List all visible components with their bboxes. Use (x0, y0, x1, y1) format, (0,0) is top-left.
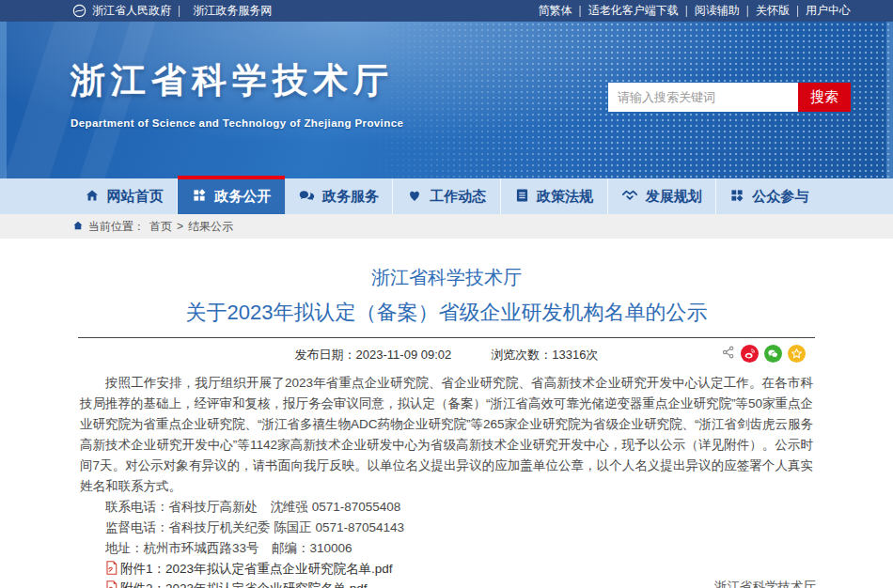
publish-date-value: 2023-11-09 09:02 (356, 348, 452, 362)
home-icon (85, 188, 100, 206)
breadcrumb-bar: 当前位置： 首页 > 结果公示 (0, 214, 893, 239)
heart-icon (407, 188, 422, 206)
article-title-main: 关于2023年拟认定（备案）省级企业研发机构名单的公示 (70, 299, 822, 327)
nav-item-label: 政务服务 (322, 188, 379, 206)
view-count-label: 浏览次数： (491, 348, 552, 362)
share-buttons (722, 345, 806, 363)
nav-item-work-news[interactable]: 工作动态 (393, 178, 500, 214)
topbar-right-links: 简繁体 适老化客户端下载 阅读辅助 关怀版 用户中心 (539, 3, 852, 19)
link-provincial-government[interactable]: 浙江省人民政府 (92, 3, 187, 19)
link-user-center[interactable]: 用户中心 (806, 3, 851, 19)
nav-item-label: 政策法规 (537, 188, 593, 206)
banner-edge-decoration (886, 22, 893, 178)
search-button[interactable]: 搜索 (798, 83, 851, 112)
document-icon (515, 188, 529, 206)
link-reading-assist[interactable]: 阅读辅助 (695, 3, 756, 19)
link-simplified-traditional[interactable]: 简繁体 (539, 3, 588, 19)
breadcrumb: 当前位置： 首页 > 结果公示 (72, 219, 233, 235)
attachment-text: 附件1：2023年拟认定省重点企业研究院名单.pdf (120, 561, 393, 578)
breadcrumb-separator: > (177, 220, 183, 233)
breadcrumb-home-link[interactable]: 首页 (149, 219, 172, 235)
nav-item-gov-services[interactable]: 政务服务 (286, 178, 393, 214)
breadcrumb-current-page: 结果公示 (188, 219, 233, 235)
site-banner: 浙江省科学技术厅 Department of Science and Techn… (0, 22, 893, 178)
view-count: 浏览次数：13316次 (491, 347, 598, 364)
article-body-paragraph: 按照工作安排，我厅组织开展了2023年省重点企业研究院、省企业研究院、省高新技术… (80, 373, 813, 497)
nav-item-label: 公众参与 (752, 188, 808, 206)
address-line: 地址：杭州市环城西路33号 邮编：310006 (80, 538, 813, 559)
article-meta-row: 发布日期：2023-11-09 09:02 浏览次数：13316次 (70, 343, 822, 367)
attachment-link-2[interactable]: 附件2：2023年拟认定省企业研究院名单.pdf (80, 579, 813, 588)
site-logo: 浙江省科学技术厅 Department of Science and Techn… (70, 57, 403, 129)
attachment-text: 附件2：2023年拟认定省企业研究院名单.pdf (120, 580, 368, 588)
blocks-icon (729, 188, 744, 206)
nav-item-public-participation[interactable]: 公众参与 (716, 178, 822, 214)
topbar-left-links: 浙江省人民政府 浙江政务服务网 (72, 3, 272, 19)
article-area: 浙江省科学技术厅 关于2023年拟认定（备案）省级企业研发机构名单的公示 发布日… (0, 239, 893, 588)
site-title-english: Department of Science and Technology of … (70, 117, 403, 129)
link-gov-service-network[interactable]: 浙江政务服务网 (193, 3, 272, 19)
attachment-link-1[interactable]: 附件1：2023年拟认定省重点企业研究院名单.pdf (80, 559, 813, 579)
nav-item-gov-info-disclosure[interactable]: 政务公开 (178, 178, 285, 214)
nav-item-policies-regulations[interactable]: 政策法规 (501, 178, 608, 214)
nav-item-label: 政务公开 (214, 188, 271, 206)
share-icon[interactable] (722, 346, 735, 362)
nav-item-development-plans[interactable]: 发展规划 (608, 178, 715, 214)
article-signature: 浙江省科学技术厅 (714, 579, 816, 588)
breadcrumb-location-label: 当前位置： (88, 219, 145, 235)
supervision-phone-line: 监督电话：省科技厅机关纪委 陈国正 0571-87054143 (80, 518, 813, 538)
nav-item-home[interactable]: 网站首页 (70, 178, 178, 214)
link-accessibility-client-download[interactable]: 适老化客户端下载 (588, 3, 695, 19)
link-care-version[interactable]: 关怀版 (756, 3, 806, 19)
weibo-share-icon[interactable] (741, 345, 759, 363)
pdf-icon (105, 561, 118, 578)
pdf-icon (105, 580, 118, 588)
title-divider (78, 337, 815, 338)
nav-item-label: 网站首页 (107, 188, 164, 206)
search-input[interactable] (608, 83, 798, 112)
main-navigation: 网站首页 政务公开 政务服务 工作动态 政策法规 发展规划 公众参与 (0, 178, 893, 214)
article-title-agency: 浙江省科学技术厅 (70, 265, 822, 290)
publish-date: 发布日期：2023-11-09 09:02 (295, 347, 452, 364)
view-count-value: 13316次 (552, 348, 598, 362)
publish-date-label: 发布日期： (295, 348, 356, 362)
wechat-share-icon[interactable] (764, 345, 782, 363)
nav-item-label: 工作动态 (430, 188, 486, 206)
qzone-share-icon[interactable] (788, 345, 806, 363)
banner-edge-decoration (0, 22, 7, 178)
grid-icon (192, 188, 207, 206)
chat-bubbles-icon (299, 188, 315, 206)
contact-phone-line: 联系电话：省科技厅高新处 沈维强 0571-87055408 (80, 497, 813, 518)
breadcrumb-home-icon (72, 220, 84, 234)
top-utility-bar: 浙江省人民政府 浙江政务服务网 简繁体 适老化客户端下载 阅读辅助 关怀版 用户… (0, 0, 893, 22)
zhejiang-gov-logo-icon (72, 4, 86, 18)
handshake-icon (621, 188, 638, 206)
nav-item-label: 发展规划 (646, 188, 702, 206)
site-search: 搜索 (608, 83, 851, 112)
site-title-chinese: 浙江省科学技术厅 (70, 57, 403, 104)
